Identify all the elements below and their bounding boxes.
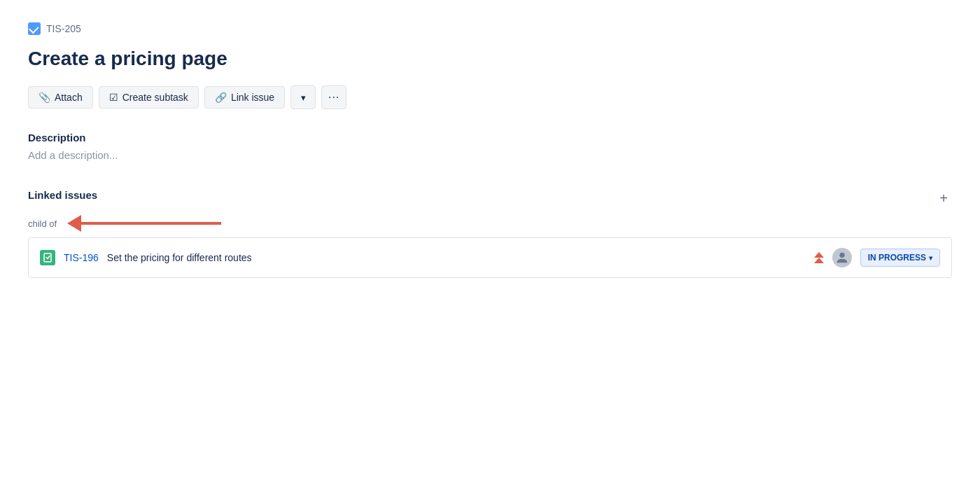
arrow-head (67, 215, 81, 232)
arrow-annotation (68, 215, 221, 232)
create-subtask-button[interactable]: ☑ Create subtask (99, 86, 199, 109)
create-subtask-label: Create subtask (122, 92, 188, 103)
description-placeholder[interactable]: Add a description... (28, 149, 952, 161)
link-issue-button[interactable]: 🔗 Link issue (204, 86, 285, 109)
description-section: Description Add a description... (28, 132, 952, 161)
user-avatar-icon (834, 250, 850, 265)
more-button[interactable]: ··· (321, 85, 346, 109)
add-linked-issue-button[interactable]: + (935, 190, 952, 207)
linked-issue-id[interactable]: TIS-196 (64, 252, 99, 263)
toolbar: 📎 Attach ☑ Create subtask 🔗 Link issue ▾… (28, 85, 952, 109)
link-issue-label: Link issue (231, 92, 274, 103)
issue-id-row: TIS-205 (28, 22, 952, 35)
linked-issues-label: Linked issues (28, 189, 97, 201)
status-chevron-icon: ▾ (929, 254, 932, 262)
attach-icon: 📎 (38, 92, 50, 103)
priority-high-icon (814, 252, 824, 263)
linked-issues-header: Linked issues + (28, 189, 952, 207)
status-badge[interactable]: IN PROGRESS ▾ (860, 249, 940, 267)
linked-issue-actions: IN PROGRESS ▾ (814, 248, 940, 267)
attach-button[interactable]: 📎 Attach (28, 86, 93, 109)
issue-checkbox-icon (28, 22, 41, 35)
linked-issue-title: Set the pricing for different routes (107, 252, 806, 263)
attach-label: Attach (55, 92, 83, 103)
avatar (832, 248, 852, 267)
status-label: IN PROGRESS (868, 253, 926, 263)
bookmark-icon (43, 253, 52, 263)
link-icon: 🔗 (215, 92, 227, 103)
linked-issues-section: Linked issues + child of TIS-196 Set the… (28, 189, 952, 278)
dropdown-button[interactable]: ▾ (290, 85, 316, 109)
arrow-body (81, 222, 221, 225)
issue-id: TIS-205 (46, 23, 81, 34)
more-icon: ··· (328, 91, 340, 104)
issue-type-icon (40, 250, 55, 265)
svg-point-1 (839, 253, 844, 258)
child-of-row: child of (28, 215, 952, 232)
svg-rect-0 (44, 253, 51, 262)
relationship-label: child of (28, 218, 57, 229)
dropdown-icon: ▾ (301, 92, 306, 103)
issue-title: Create a pricing page (28, 46, 952, 71)
description-label: Description (28, 132, 952, 144)
linked-issue-card: TIS-196 Set the pricing for different ro… (28, 237, 952, 278)
subtask-icon: ☑ (109, 92, 118, 103)
